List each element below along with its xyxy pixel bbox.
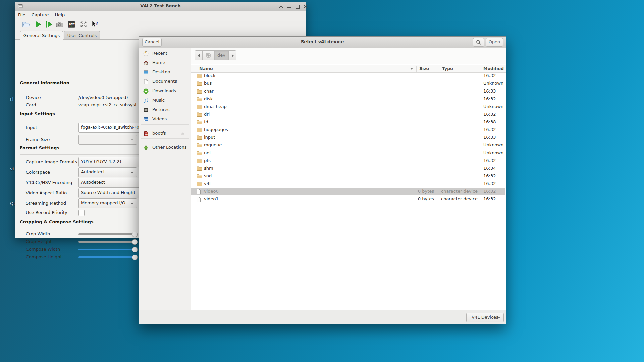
video-aspect-ratio-combo[interactable]: Source Width and Height xyxy=(78,188,146,198)
card-value: vcap_mipi_csi2_rx_subsyst_ xyxy=(78,102,139,108)
toolbar-handle[interactable] xyxy=(17,21,18,29)
back-button[interactable] xyxy=(195,50,203,60)
minimize-button[interactable] xyxy=(286,3,292,9)
svg-text:SD: SD xyxy=(145,133,148,135)
home-icon xyxy=(143,60,149,67)
compose-height-slider[interactable] xyxy=(78,256,137,258)
input-label: Input xyxy=(26,125,37,131)
shade-button[interactable] xyxy=(278,3,284,9)
file-row-v4l[interactable]: v4l16:32 xyxy=(191,180,505,188)
file-row-hugepages[interactable]: hugepages16:32 xyxy=(191,126,505,134)
step-button[interactable] xyxy=(44,20,54,29)
menu-capture[interactable]: Capture xyxy=(29,11,52,19)
column-type[interactable]: Type xyxy=(442,66,453,71)
y-cbcr-hsv-encoding-combo[interactable]: Autodetect xyxy=(78,178,146,188)
menu-help[interactable]: Help xyxy=(52,11,68,19)
sidebar-item-pictures[interactable]: Pictures xyxy=(139,105,191,115)
play-button[interactable] xyxy=(34,20,43,29)
sidebar-item-desktop[interactable]: Desktop xyxy=(139,68,191,77)
breadcrumb-dev[interactable]: dev xyxy=(214,50,229,60)
file-row-video0[interactable]: video00 bytescharacter device16:32 xyxy=(191,188,505,195)
raw-button[interactable]: RAW xyxy=(67,20,76,29)
menu-file[interactable]: File xyxy=(15,11,29,19)
drive-crumb-button[interactable] xyxy=(202,50,214,60)
compose-height-slider-handle[interactable] xyxy=(132,255,138,260)
use-record-priority-checkbox[interactable] xyxy=(78,210,85,216)
sidebar-item-videos[interactable]: Videos xyxy=(139,115,191,124)
folder-icon xyxy=(197,89,202,95)
compose-width-slider[interactable] xyxy=(78,249,137,250)
dialog-bottom-bar: V4L Devices xyxy=(139,310,506,324)
compose-height-label: Compose Height xyxy=(26,254,62,260)
svg-text:RAW: RAW xyxy=(69,23,75,25)
toolbar: RAW? xyxy=(15,19,306,31)
folder-icon xyxy=(197,166,202,172)
crop-height-label: Crop Height xyxy=(26,239,52,245)
folder-icon xyxy=(197,135,202,141)
folder-icon xyxy=(197,104,202,110)
sidebar-item-home[interactable]: Home xyxy=(139,58,191,68)
tab-general-settings[interactable]: General Settings xyxy=(20,31,63,40)
crop-height-slider-handle[interactable] xyxy=(132,239,138,245)
fullscreen-button[interactable] xyxy=(79,20,89,29)
snapshot-button[interactable] xyxy=(55,20,65,29)
search-button[interactable] xyxy=(473,38,484,47)
file-row-snd[interactable]: snd16:32 xyxy=(191,172,505,180)
file-filter-button[interactable]: V4L Devices xyxy=(466,313,504,322)
sidebar-item-other-locations[interactable]: Other Locations xyxy=(139,143,191,153)
file-row-fd[interactable]: fd16:38 xyxy=(191,118,505,126)
sidebar-item-downloads[interactable]: Downloads xyxy=(139,86,191,96)
file-row-dri[interactable]: dri16:32 xyxy=(191,111,505,118)
file-row-disk[interactable]: disk16:32 xyxy=(191,95,505,103)
column-modified[interactable]: Modified xyxy=(483,66,504,71)
sidebar-item-bootfs[interactable]: SDbootfs xyxy=(139,129,191,138)
sidebar-item-recent[interactable]: Recent xyxy=(139,49,191,58)
folder-icon xyxy=(197,81,202,87)
capture-image-formats-combo[interactable]: YUYV (YUYV 4:2:2) xyxy=(78,157,146,167)
desktop-icon xyxy=(143,70,149,76)
file-row-block[interactable]: block16:32 xyxy=(191,72,505,80)
forward-arrow-icon xyxy=(232,54,234,57)
crop-width-slider[interactable] xyxy=(78,233,137,235)
file-row-char[interactable]: char16:33 xyxy=(191,87,505,95)
crop-height-slider[interactable] xyxy=(78,241,137,243)
device-label: Device xyxy=(26,95,41,101)
sidebar-item-documents[interactable]: Documents xyxy=(139,77,191,86)
input-field[interactable]: fpga-axi@0:axis_switch@0 xyxy=(78,123,146,133)
step-icon xyxy=(44,25,53,30)
colorspace-combo[interactable]: Autodetect xyxy=(78,167,137,177)
file-row-net[interactable]: netUnknown xyxy=(191,149,505,157)
file-row-input[interactable]: input16:33 xyxy=(191,134,505,141)
close-button[interactable] xyxy=(302,3,309,9)
streaming-method-combo[interactable]: Memory mapped I/O xyxy=(78,198,137,208)
file-pane: dev Name Size Type Modified block16:32bu… xyxy=(191,48,506,310)
crop-width-slider-handle[interactable] xyxy=(132,232,138,237)
column-size[interactable]: Size xyxy=(419,66,429,71)
whats-this-icon: ? xyxy=(90,25,99,30)
file-row-pts[interactable]: pts16:32 xyxy=(191,157,505,165)
open-button[interactable]: Open xyxy=(486,38,503,47)
file-row-shm[interactable]: shm16:34 xyxy=(191,165,505,172)
file-row-mqueue[interactable]: mqueueUnknown xyxy=(191,141,505,149)
file-icon xyxy=(197,197,201,203)
folder-icon xyxy=(197,127,202,133)
column-name[interactable]: Name xyxy=(199,66,213,71)
forward-button[interactable] xyxy=(228,50,236,60)
sort-descending-icon xyxy=(410,68,413,70)
whats-this-button[interactable]: ? xyxy=(90,20,100,29)
maximize-button[interactable] xyxy=(294,3,301,9)
file-row-video1[interactable]: video10 bytescharacter device16:32 xyxy=(191,195,505,203)
tab-user-controls[interactable]: User Controls xyxy=(64,31,100,40)
eject-icon[interactable] xyxy=(180,131,185,137)
open-file-button[interactable] xyxy=(22,20,31,29)
file-row-bus[interactable]: busUnknown xyxy=(191,80,505,87)
desktop: FiviQt V4L2 Test Bench FileCaptureHelp R… xyxy=(0,0,644,362)
sidebar-item-music[interactable]: Music xyxy=(139,96,191,105)
compose-width-slider-handle[interactable] xyxy=(132,247,138,252)
drive-icon xyxy=(206,53,211,59)
file-row-dma_heap[interactable]: dma_heapUnknown xyxy=(191,103,505,111)
frame-size-combo[interactable] xyxy=(78,135,137,145)
app-titlebar[interactable]: V4L2 Test Bench xyxy=(15,2,306,11)
select-v4l-device-dialog: Cancel Select v4l device Open RecentHome… xyxy=(139,36,506,324)
dialog-headerbar[interactable]: Cancel Select v4l device Open xyxy=(139,37,506,48)
